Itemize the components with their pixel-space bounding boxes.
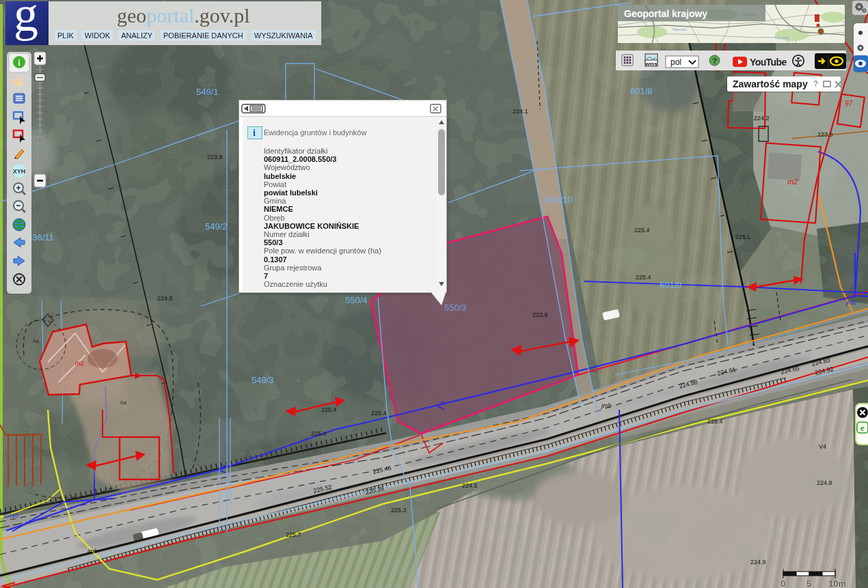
svg-text:e: e [860,423,865,433]
svg-text:601/8: 601/8 [630,86,653,96]
svg-text:549/3: 549/3 [252,375,274,385]
svg-text:0: 0 [781,578,785,588]
svg-text:225.4: 225.4 [311,430,327,437]
svg-text:i: i [18,57,21,68]
svg-text:225.L: 225.L [735,234,751,240]
svg-text:jrdo: jrdo [845,299,856,306]
svg-text:601/9: 601/9 [660,280,682,290]
svg-text:wms: wms [645,61,657,67]
svg-text:224.8: 224.8 [157,295,173,302]
svg-text:Niemce: Niemce [673,27,687,31]
svg-text:225.4: 225.4 [634,227,650,234]
svg-text:10m: 10m [828,578,846,588]
svg-text:m2: m2 [787,178,798,186]
svg-text:224.2: 224.2 [754,115,770,122]
svg-text:224.1: 224.1 [513,108,528,115]
svg-text:225.3: 225.3 [391,507,407,514]
svg-text:97: 97 [845,100,853,107]
svg-text:m2: m2 [75,360,84,367]
svg-text:224.9: 224.9 [750,559,766,565]
svg-text:?: ? [712,57,717,65]
svg-text:jmb: jmb [87,548,98,555]
svg-text:B010: B010 [4,512,18,519]
svg-text:601/10: 601/10 [545,195,573,205]
svg-text:V4: V4 [819,443,826,450]
svg-text:jmb: jmb [601,402,612,409]
svg-text:5: 5 [806,578,811,588]
svg-text:225.4: 225.4 [636,274,651,281]
svg-text:549/2: 549/2 [205,221,228,232]
svg-text:225.7: 225.7 [286,531,301,538]
svg-text:Geoportal krajowy: Geoportal krajowy [624,8,707,19]
svg-text:XYH: XYH [13,168,26,175]
svg-text:550/4: 550/4 [345,295,368,305]
svg-text:YouTube: YouTube [750,57,787,68]
svg-text:pol: pol [670,57,681,67]
svg-text:223.9: 223.9 [532,311,548,318]
svg-text:224.5: 224.5 [462,482,478,489]
svg-text:224.8: 224.8 [817,479,832,486]
svg-text:Łęczna: Łęczna [775,36,789,40]
svg-text:225.4: 225.4 [371,410,387,417]
svg-text:223.9: 223.9 [817,131,833,138]
svg-text:223.8: 223.8 [207,154,223,160]
svg-text:ha: ha [33,338,39,344]
svg-text:225.4: 225.4 [707,418,723,425]
svg-text:ha: ha [120,400,126,406]
svg-text:225.4: 225.4 [321,406,337,413]
svg-text:549/1: 549/1 [196,87,219,97]
